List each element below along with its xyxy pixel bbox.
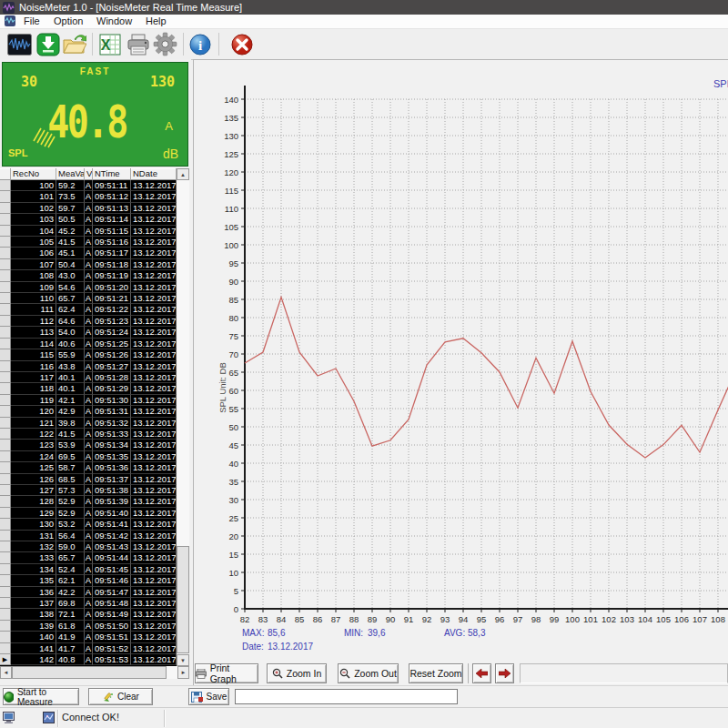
zoom-in-button[interactable]: Zoom In (267, 663, 327, 683)
row-selector[interactable] (0, 621, 11, 632)
table-row[interactable]: 11440.6A09:51:2513.12.2017 (0, 339, 177, 349)
save-button[interactable]: Save (188, 688, 229, 705)
table-row[interactable]: 12139.8A09:51:3213.12.2017 (0, 418, 177, 429)
row-selector[interactable]: ▶ (0, 654, 11, 665)
excel-export-icon[interactable]: X (97, 32, 122, 56)
table-row[interactable]: 10259.7A09:51:1313.12.2017 (0, 203, 177, 214)
row-selector[interactable] (0, 259, 11, 270)
row-selector[interactable] (0, 327, 11, 338)
reset-zoom-button[interactable]: Reset Zoom (409, 663, 463, 683)
row-selector[interactable] (0, 462, 11, 473)
menu-window[interactable]: Window (91, 15, 137, 28)
table-row[interactable]: 13259.0A09:51:4313.12.2017 (0, 541, 177, 552)
row-selector[interactable] (0, 339, 11, 349)
scroll-right-button[interactable]: ► (177, 666, 189, 679)
row-selector[interactable] (0, 293, 11, 304)
scroll-chart-left-button[interactable] (472, 663, 491, 683)
table-row[interactable]: 10541.5A09:51:1613.12.2017 (0, 237, 177, 248)
table-row[interactable]: 12952.9A09:51:4013.12.2017 (0, 508, 177, 519)
table-row[interactable]: 13769.8A09:51:4813.12.2017 (0, 598, 177, 609)
table-row[interactable]: 13872.1A09:51:4913.12.2017 (0, 609, 177, 620)
print-graph-button[interactable]: Print Graph (195, 663, 258, 683)
mdi-child-icon[interactable] (5, 15, 15, 26)
record-download-icon[interactable] (35, 32, 60, 56)
table-row[interactable]: 14041.9A09:51:5113.12.2017 (0, 632, 177, 642)
table-row[interactable]: 13365.7A09:51:4413.12.2017 (0, 552, 177, 563)
row-selector[interactable] (0, 508, 11, 519)
table-row[interactable]: 13562.1A09:51:4613.12.2017 (0, 575, 177, 586)
info-icon[interactable]: i (187, 32, 212, 56)
row-selector[interactable] (0, 203, 11, 214)
row-selector[interactable] (0, 270, 11, 281)
table-row[interactable]: 12241.5A09:51:3313.12.2017 (0, 429, 177, 440)
scroll-chart-right-button[interactable] (495, 663, 514, 683)
row-selector[interactable] (0, 383, 11, 394)
table-row[interactable]: 11065.7A09:51:2113.12.2017 (0, 293, 177, 304)
table-row[interactable]: 13156.4A09:51:4213.12.2017 (0, 531, 177, 541)
save-filename-input[interactable] (235, 689, 458, 704)
row-selector[interactable] (0, 248, 11, 258)
row-selector[interactable] (0, 395, 11, 406)
start-measure-button[interactable]: Start to Measure (3, 688, 79, 705)
row-selector[interactable] (0, 485, 11, 496)
clear-button[interactable]: Clear (88, 688, 153, 705)
table-row[interactable]: 10173.5A09:51:1213.12.2017 (0, 191, 177, 202)
row-selector[interactable] (0, 316, 11, 327)
header-ntime[interactable]: NTime (93, 168, 131, 180)
row-selector[interactable] (0, 214, 11, 225)
row-selector[interactable] (0, 541, 11, 552)
scroll-up-button[interactable]: ▲ (177, 168, 189, 180)
table-row[interactable]: 11162.4A09:51:2213.12.2017 (0, 304, 177, 315)
open-folder-icon[interactable] (62, 32, 86, 56)
header-ndate[interactable]: NDate (131, 168, 177, 180)
waveform-display-icon[interactable] (7, 32, 32, 56)
table-row[interactable]: 10750.4A09:51:1813.12.2017 (0, 259, 177, 270)
table-row[interactable]: 10059.2A09:51:1113.12.2017 (0, 180, 177, 191)
row-selector[interactable] (0, 531, 11, 541)
row-selector[interactable] (0, 180, 11, 191)
table-row[interactable]: 11942.1A09:51:3013.12.2017 (0, 395, 177, 406)
header-recno[interactable]: RecNo (11, 168, 56, 180)
table-row[interactable]: 12353.9A09:51:3413.12.2017 (0, 440, 177, 450)
table-row[interactable]: 12757.3A09:51:3813.12.2017 (0, 485, 177, 496)
table-row[interactable]: 10445.2A09:51:1513.12.2017 (0, 226, 177, 237)
table-row[interactable]: 11643.8A09:51:2713.12.2017 (0, 361, 177, 372)
header-v[interactable]: V (85, 168, 93, 180)
row-selector[interactable] (0, 440, 11, 450)
print-icon[interactable] (126, 32, 150, 56)
row-selector[interactable] (0, 552, 11, 563)
table-row[interactable]: 12558.7A09:51:3613.12.2017 (0, 462, 177, 473)
row-selector[interactable] (0, 451, 11, 462)
row-selector[interactable] (0, 496, 11, 507)
table-row[interactable]: 12042.9A09:51:3113.12.2017 (0, 406, 177, 417)
table-horizontal-scrollbar[interactable]: ◄ ► (0, 666, 189, 679)
header-meaval[interactable]: MeaVal (56, 168, 85, 180)
scroll-down-button[interactable]: ▼ (177, 654, 189, 666)
zoom-out-button[interactable]: Zoom Out (338, 663, 399, 683)
menu-option[interactable]: Option (48, 15, 88, 28)
row-selector[interactable] (0, 598, 11, 609)
table-row[interactable]: 11740.1A09:51:2813.12.2017 (0, 372, 177, 383)
row-selector[interactable] (0, 406, 11, 417)
scroll-left-button[interactable]: ◄ (0, 666, 12, 679)
menu-file[interactable]: File (18, 15, 46, 28)
table-row[interactable]: 10645.1A09:51:1713.12.2017 (0, 248, 177, 258)
row-selector[interactable] (0, 237, 11, 248)
table-row[interactable]: 14141.7A09:51:5213.12.2017 (0, 643, 177, 654)
settings-gear-icon[interactable] (153, 32, 177, 56)
table-row[interactable]: 13452.4A09:51:4513.12.2017 (0, 564, 177, 575)
table-row[interactable]: 11555.9A09:51:2613.12.2017 (0, 349, 177, 360)
row-selector[interactable] (0, 372, 11, 383)
row-selector[interactable] (0, 587, 11, 598)
row-selector[interactable] (0, 575, 11, 586)
table-vertical-scrollbar[interactable]: ▲ ▼ (177, 168, 189, 666)
row-selector[interactable] (0, 191, 11, 202)
table-row[interactable]: 10843.0A09:51:1913.12.2017 (0, 270, 177, 281)
horizontal-scroll-thumb[interactable] (12, 666, 167, 679)
close-icon[interactable] (229, 32, 254, 56)
row-selector[interactable] (0, 609, 11, 620)
table-row[interactable]: ▶14240.8A09:51:5313.12.2017 (0, 654, 177, 665)
table-row[interactable]: 13961.8A09:51:5013.12.2017 (0, 621, 177, 632)
row-selector[interactable] (0, 474, 11, 485)
table-row[interactable]: 13053.2A09:51:4113.12.2017 (0, 519, 177, 530)
